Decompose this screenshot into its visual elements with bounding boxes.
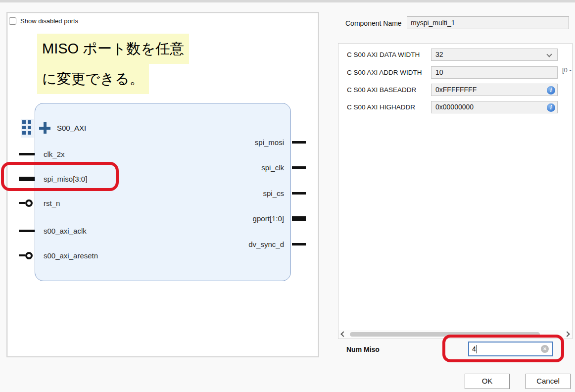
port-stub-icon [292,166,306,169]
interface-s00-axi[interactable]: S00_AXI [39,122,86,134]
num-miso-input[interactable]: 4 ✕ [468,342,553,356]
active-low-port-stub-icon [19,199,35,207]
port-label: spi_cs [263,189,284,197]
port-row: clk_2x [19,148,65,160]
baseaddr-field[interactable]: 0xFFFFFFFF i [431,84,558,96]
active-low-port-stub-icon [19,252,35,259]
port-stub-icon [292,192,306,195]
port-row: s00_axi_aresetn [19,249,98,261]
interface-label: S00_AXI [57,124,86,132]
param-row: C S00 AXI ADDR WIDTH 10 [347,66,558,79]
port-row: rst_n [19,197,60,209]
highaddr-field[interactable]: 0x00000000 i [431,101,558,113]
param-label: C S00 AXI BASEADDR [347,86,431,94]
horizontal-scrollbar[interactable] [338,330,572,339]
ok-button[interactable]: OK [465,374,510,389]
info-icon[interactable]: i [547,86,555,95]
range-hint: [0 - [562,66,572,74]
port-label: s00_axi_aclk [44,227,87,235]
addr-width-field[interactable]: 10 [431,66,558,79]
port-row: spi_cs [198,187,306,199]
port-label: s00_axi_aresetn [44,251,98,260]
param-value: 0xFFFFFFFF [435,86,477,94]
num-miso-label: Num Miso [346,345,380,353]
port-label: dv_sync_d [248,240,284,248]
port-label: spi_clk [261,163,284,172]
annotation-note-line2: に変更できる。 [37,64,149,94]
port-row: spi_mosi [198,136,306,148]
param-label: C S00 AXI DATA WIDTH [347,51,431,58]
param-row: C S00 AXI HIGHADDR 0x00000000 i [347,101,558,113]
param-row: C S00 AXI BASEADDR 0xFFFFFFFF i [347,84,558,96]
param-row: C S00 AXI DATA WIDTH 32 [347,49,558,61]
clear-icon[interactable]: ✕ [541,345,549,353]
port-row: gport[1:0] [198,212,306,224]
expand-plus-icon[interactable] [39,122,50,134]
param-value: 10 [435,68,443,76]
component-name-field: myspi_multi_1 [407,16,569,29]
info-icon[interactable]: i [547,103,555,112]
bus-port-stub-icon [292,216,306,221]
num-miso-value: 4 [472,345,476,353]
param-label: C S00 AXI HIGHADDR [347,103,431,111]
checkbox-label: Show disabled ports [20,17,78,25]
port-stub-icon [19,230,35,232]
checkbox-icon[interactable] [9,17,16,25]
port-label: gport[1:0] [253,214,284,223]
port-stub-icon [292,243,306,245]
parameters-scroll-area: C S00 AXI DATA WIDTH 32 C S00 AXI ADDR W… [338,43,573,339]
chevron-down-icon [546,51,552,57]
show-disabled-ports-checkbox[interactable]: Show disabled ports [9,17,78,25]
window-top-bar [0,0,575,2]
port-row: s00_axi_aclk [19,225,87,237]
bus-port-stub-icon [19,177,35,181]
port-row: dv_sync_d [198,238,306,250]
scrollbar-thumb[interactable] [350,332,540,337]
port-stub-icon [292,141,306,144]
cancel-button[interactable]: Cancel [526,374,571,389]
scroll-right-icon[interactable] [564,331,570,337]
port-label: rst_n [44,199,60,207]
param-value: 0x00000000 [435,103,474,111]
param-value: 32 [435,50,443,58]
port-row: spi_clk [198,161,306,173]
param-label: C S00 AXI ADDR WIDTH [347,69,431,76]
port-stub-icon [19,153,35,155]
port-label: spi_mosi [255,138,284,147]
interface-dot-grid-icon [21,119,34,138]
data-width-dropdown[interactable]: 32 [431,49,558,61]
port-label: clk_2x [44,150,65,158]
scroll-left-icon[interactable] [340,331,346,337]
text-caret [477,345,478,353]
port-label: spi_miso[3:0] [44,175,87,183]
component-name-label: Component Name [345,19,402,27]
annotation-note-line1: MISO ポート数を任意 [37,34,189,64]
port-row: spi_miso[3:0] [19,173,87,185]
